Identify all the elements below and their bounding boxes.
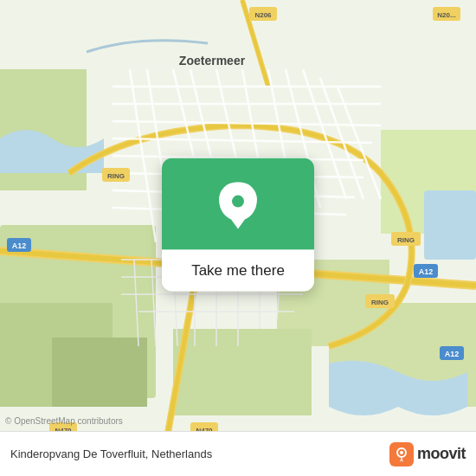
action-card: Take me there — [162, 158, 314, 292]
location-pin — [219, 183, 257, 229]
svg-rect-5 — [173, 329, 312, 415]
osm-credit: © OpenStreetMap contributors — [5, 416, 123, 426]
take-me-there-button[interactable]: Take me there — [162, 250, 314, 292]
svg-text:RING: RING — [397, 236, 415, 244]
bottom-bar: Kinderopvang De Toverfluit, Netherlands … — [0, 431, 476, 476]
svg-rect-3 — [52, 338, 147, 407]
svg-point-63 — [400, 451, 403, 454]
svg-text:A12: A12 — [445, 350, 460, 358]
svg-rect-9 — [424, 190, 476, 260]
pin-body — [219, 183, 257, 221]
svg-text:Zoetermeer: Zoetermeer — [179, 54, 246, 68]
svg-text:A12: A12 — [12, 241, 27, 250]
moovit-logo: moovit — [389, 442, 466, 466]
svg-text:N206: N206 — [254, 11, 272, 19]
card-icon-area — [162, 158, 314, 250]
pin-dot — [232, 196, 244, 208]
moovit-icon — [389, 442, 414, 466]
svg-text:N20...: N20... — [437, 11, 455, 19]
place-name: Kinderopvang De Toverfluit, Netherlands — [10, 447, 212, 460]
svg-text:RING: RING — [107, 172, 125, 180]
svg-text:A12: A12 — [419, 267, 434, 276]
moovit-text: moovit — [417, 445, 466, 463]
pin-tip — [229, 217, 247, 229]
svg-text:RING: RING — [371, 299, 389, 306]
map-container: A12 A12 RING RING RING N470 N470 N206 Zo… — [0, 0, 476, 476]
